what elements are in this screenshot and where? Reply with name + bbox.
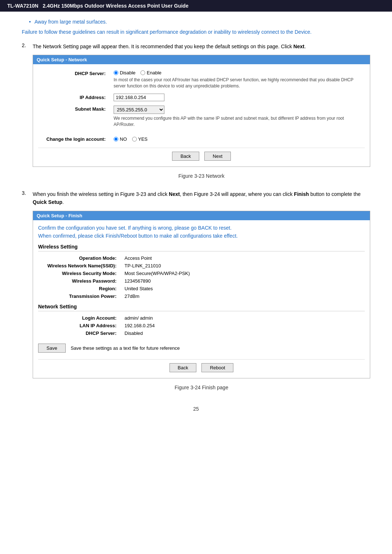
dhcp-label: DHCP Server:	[38, 68, 111, 91]
wireless-section-header: Wireless Setting	[38, 244, 365, 251]
network-button-row: Back Next	[38, 148, 365, 163]
dhcp-enable-label[interactable]: Enable	[140, 70, 161, 75]
network-box-title: Quick Setup - Network	[33, 55, 370, 64]
op-mode-value: Access Point	[122, 254, 365, 262]
login-account-row: Login Account: admin/ admin	[38, 314, 365, 322]
network-next-button[interactable]: Next	[204, 152, 231, 161]
subnet-value-cell: 255.255.255.0 We recommend you configure…	[111, 103, 365, 130]
save-text: Save these settings as a text file for f…	[71, 345, 180, 351]
figure-network-caption: Figure 3-23 Network	[33, 172, 370, 180]
guide-title: 2.4GHz 150Mbps Outdoor Wireless Access P…	[43, 3, 189, 9]
dhcp-disable-radio[interactable]	[114, 70, 118, 75]
finish-box-body: Confirm the configuration you have set. …	[33, 220, 370, 378]
finish-note: Confirm the configuration you have set. …	[38, 224, 365, 240]
page-number: 25	[22, 406, 370, 412]
op-mode-row: Operation Mode: Access Point	[38, 254, 365, 262]
lan-ip-label: LAN IP Address:	[38, 322, 122, 329]
ip-input[interactable]	[114, 94, 164, 101]
security-label: Wireless Security Mode:	[38, 270, 122, 277]
region-value: United States	[122, 285, 365, 292]
step-2-content: The Network Setting page will appear the…	[33, 42, 370, 184]
page-content: Away from large metal surfaces. Failure …	[0, 12, 392, 426]
finish-back-button[interactable]: Back	[170, 363, 197, 372]
device-model: TL-WA7210N	[7, 3, 38, 9]
network-setup-box: Quick Setup - Network DHCP Server: Disab…	[33, 55, 370, 167]
region-label: Region:	[38, 285, 122, 292]
reboot-button[interactable]: Reboot	[201, 363, 233, 372]
login-yes-radio[interactable]	[132, 137, 137, 141]
finish-note-colored: please click Finish/Reboot button to mak…	[78, 233, 238, 239]
step-2: 2. The Network Setting page will appear …	[22, 42, 370, 184]
subnet-row: Subnet Mask: 255.255.255.0 We recommend …	[38, 103, 365, 130]
network-section-header: Network Setting	[38, 304, 365, 311]
subnet-select[interactable]: 255.255.255.0	[114, 106, 164, 114]
security-row: Wireless Security Mode: Most Secure(WPA/…	[38, 270, 365, 277]
save-button[interactable]: Save	[38, 344, 66, 353]
lan-ip-value: 192.168.0.254	[122, 322, 365, 329]
dhcp-radio-group: Disable Enable	[114, 70, 362, 75]
login-account-value: admin/ admin	[122, 314, 365, 322]
bullet-metal-surfaces: Away from large metal surfaces.	[29, 19, 370, 25]
login-no-label[interactable]: NO	[114, 136, 127, 142]
login-no-radio[interactable]	[114, 137, 118, 141]
step-2-text: The Network Setting page will appear the…	[33, 42, 370, 50]
dhcp-server-value: Disabled	[122, 329, 365, 337]
tx-power-value: 27dBm	[122, 292, 365, 300]
finish-box-title: Quick Setup - Finish	[33, 211, 370, 220]
warning-text: Failure to follow these guidelines can r…	[22, 28, 370, 36]
ip-label: IP Address:	[38, 91, 111, 103]
ssid-value: TP-LINK_211010	[122, 262, 365, 270]
network-back-button[interactable]: Back	[172, 152, 199, 161]
step-3-content: When you finish the wireless setting in …	[33, 190, 370, 395]
ip-value-cell	[111, 91, 365, 103]
step-3: 3. When you finish the wireless setting …	[22, 190, 370, 395]
spacer-row	[38, 130, 365, 134]
dhcp-note: In most of the cases your root AP/router…	[114, 77, 362, 89]
dhcp-enable-radio[interactable]	[140, 70, 145, 75]
ssid-row: Wireless Network Name(SSID): TP-LINK_211…	[38, 262, 365, 270]
subnet-label: Subnet Mask:	[38, 103, 111, 130]
step-3-text: When you finish the wireless setting in …	[33, 190, 370, 206]
tx-power-label: Transmission Power:	[38, 292, 122, 300]
subnet-note: We recommend you configure this AP with …	[114, 115, 362, 128]
finish-button-row: Back Reboot	[38, 359, 365, 374]
region-row: Region: United States	[38, 285, 365, 292]
login-radio-group: NO YES	[114, 136, 362, 142]
step-3-number: 3.	[22, 190, 33, 196]
network-form-table: DHCP Server: Disable Enable	[38, 68, 365, 144]
dhcp-disable-label[interactable]: Disable	[114, 70, 135, 75]
login-yes-label[interactable]: YES	[132, 136, 148, 142]
save-row: Save Save these settings as a text file …	[38, 341, 365, 356]
step-2-number: 2.	[22, 42, 33, 48]
login-label: Change the login account:	[38, 134, 111, 144]
wireless-info-table: Operation Mode: Access Point Wireless Ne…	[38, 254, 365, 300]
ip-row: IP Address:	[38, 91, 365, 103]
ssid-label: Wireless Network Name(SSID):	[38, 262, 122, 270]
figure-finish-caption: Figure 3-24 Finish page	[33, 383, 370, 391]
page-header: TL-WA7210N 2.4GHz 150Mbps Outdoor Wirele…	[0, 0, 392, 12]
tx-power-row: Transmission Power: 27dBm	[38, 292, 365, 300]
password-value: 1234567890	[122, 277, 365, 285]
security-value: Most Secure(WPA/WPA2-PSK)	[122, 270, 365, 277]
login-account-label: Login Account:	[38, 314, 122, 322]
dhcp-server-label: DHCP Server:	[38, 329, 122, 337]
dhcp-value-cell: Disable Enable In most of the cases your…	[111, 68, 365, 91]
op-mode-label: Operation Mode:	[38, 254, 122, 262]
lan-ip-row: LAN IP Address: 192.168.0.254	[38, 322, 365, 329]
network-info-table: Login Account: admin/ admin LAN IP Addre…	[38, 314, 365, 337]
dhcp-row: DHCP Server: Disable Enable	[38, 68, 365, 91]
finish-setup-box: Quick Setup - Finish Confirm the configu…	[33, 211, 370, 378]
login-row: Change the login account: NO	[38, 134, 365, 144]
dhcp-server-row: DHCP Server: Disabled	[38, 329, 365, 337]
network-box-body: DHCP Server: Disable Enable	[33, 64, 370, 166]
password-label: Wireless Password:	[38, 277, 122, 285]
login-value-cell: NO YES	[111, 134, 365, 144]
password-row: Wireless Password: 1234567890	[38, 277, 365, 285]
